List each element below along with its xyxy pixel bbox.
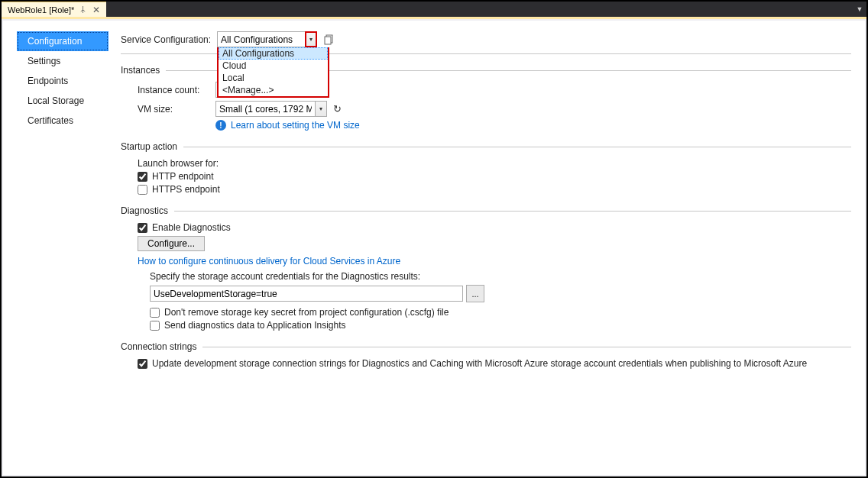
section-line [202, 347, 851, 347]
tab-overflow-icon[interactable]: ▼ [853, 2, 866, 17]
document-tab-bar: WebRole1 [Role]* ✕ ▼ [2, 2, 866, 17]
vm-size-row: VM size: ▾ ↻ [138, 101, 851, 117]
refresh-icon[interactable]: ↻ [333, 103, 342, 115]
dont-remove-key-label: Don't remove storage key secret from pro… [164, 307, 449, 318]
section-title: Instances [121, 65, 160, 76]
storage-credentials-label: Specify the storage account credentials … [150, 271, 851, 282]
service-config-label: Service Configuration: [121, 34, 211, 45]
service-config-option[interactable]: <Manage...> [219, 84, 328, 96]
sidenav-item-certificates[interactable]: Certificates [17, 111, 108, 131]
launch-browser-label: Launch browser for: [138, 158, 851, 169]
service-config-option[interactable]: Cloud [219, 60, 328, 72]
enable-diagnostics-label: Enable Diagnostics [152, 222, 231, 233]
section-title: Connection strings [121, 341, 196, 352]
close-icon[interactable]: ✕ [91, 5, 102, 15]
document-tab-title: WebRole1 [Role]* [8, 5, 74, 15]
section-title: Startup action [121, 141, 177, 152]
https-endpoint-label: HTTPS endpoint [152, 184, 220, 195]
section-line [174, 211, 851, 212]
side-nav: Configuration Settings Endpoints Local S… [17, 31, 108, 461]
section-line [183, 147, 851, 147]
section-title: Diagnostics [121, 205, 168, 216]
http-endpoint-label: HTTP endpoint [152, 171, 214, 182]
section-connection-strings: Connection strings [121, 341, 851, 352]
sidenav-item-endpoints[interactable]: Endpoints [17, 71, 108, 91]
section-startup: Startup action [121, 141, 851, 152]
vm-size-label: VM size: [138, 104, 209, 115]
service-config-combo[interactable]: ▾ [217, 31, 317, 47]
update-conn-strings-label: Update development storage connection st… [152, 358, 807, 369]
enable-diagnostics-checkbox[interactable] [138, 223, 147, 233]
sidenav-item-configuration[interactable]: Configuration [17, 31, 108, 51]
service-config-option[interactable]: Local [219, 72, 328, 84]
copy-icon[interactable] [323, 34, 335, 46]
document-tab[interactable]: WebRole1 [Role]* ✕ [2, 2, 106, 17]
dont-remove-key-checkbox[interactable] [150, 308, 160, 318]
learn-vm-size-link[interactable]: Learn about setting the VM size [231, 120, 360, 131]
https-endpoint-checkbox[interactable] [138, 185, 147, 195]
info-icon: ! [215, 120, 226, 131]
sidenav-item-local-storage[interactable]: Local Storage [17, 91, 108, 111]
continuous-delivery-link[interactable]: How to configure continuous delivery for… [138, 256, 400, 266]
configure-button[interactable]: Configure... [138, 236, 205, 251]
service-config-option[interactable]: All Configurations [219, 47, 328, 60]
service-config-row: Service Configuration: ▾ All Configurati… [121, 31, 851, 47]
send-app-insights-checkbox[interactable] [150, 321, 160, 331]
service-config-dropdown: All Configurations Cloud Local <Manage..… [217, 47, 329, 98]
send-app-insights-label: Send diagnostics data to Application Ins… [164, 320, 346, 331]
page-area: Configuration Settings Endpoints Local S… [3, 21, 865, 475]
window: WebRole1 [Role]* ✕ ▼ Configuration Setti… [0, 0, 868, 478]
browse-button[interactable]: ... [466, 285, 484, 302]
main-panel: Service Configuration: ▾ All Configurati… [121, 31, 851, 461]
chevron-down-icon[interactable]: ▾ [315, 101, 327, 117]
doc-modified-strip [2, 17, 866, 19]
vm-size-combo[interactable]: ▾ [215, 101, 327, 117]
storage-connection-input[interactable] [150, 286, 463, 302]
pin-icon[interactable] [79, 6, 86, 14]
http-endpoint-checkbox[interactable] [138, 172, 147, 182]
chevron-down-icon[interactable]: ▾ [305, 31, 317, 47]
vm-size-input[interactable] [215, 101, 315, 117]
service-config-input[interactable] [217, 31, 305, 47]
instance-count-label: Instance count: [138, 85, 209, 95]
svg-rect-1 [325, 37, 331, 44]
sidenav-item-settings[interactable]: Settings [17, 51, 108, 71]
update-conn-strings-checkbox[interactable] [138, 359, 147, 369]
section-diagnostics: Diagnostics [121, 205, 851, 216]
tab-bar-spacer [106, 2, 853, 17]
